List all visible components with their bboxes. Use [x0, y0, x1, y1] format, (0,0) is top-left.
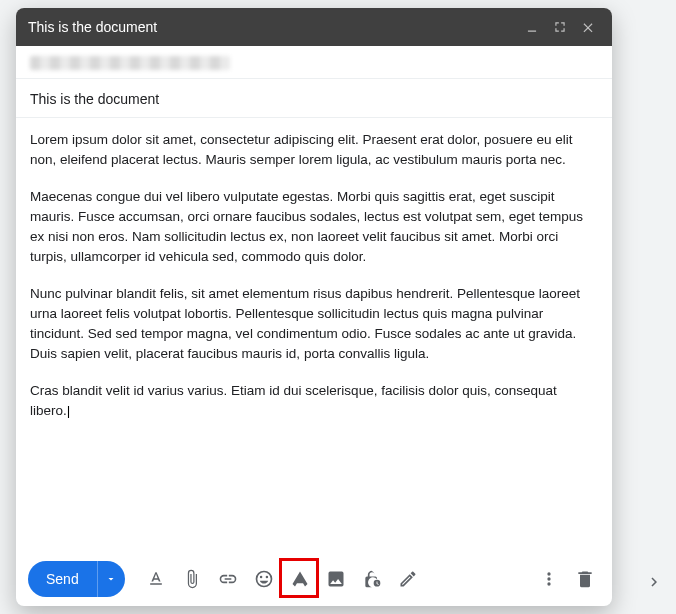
more-vert-icon [539, 569, 559, 589]
body-paragraph: Nunc pulvinar blandit felis, sit amet el… [30, 284, 598, 365]
minimize-button[interactable] [520, 15, 544, 39]
close-button[interactable] [576, 15, 600, 39]
paperclip-icon [182, 569, 202, 589]
attach-button[interactable] [177, 564, 207, 594]
emoji-button[interactable] [249, 564, 279, 594]
send-button[interactable]: Send [28, 561, 97, 597]
subject-field[interactable]: This is the document [16, 79, 612, 118]
emoji-icon [254, 569, 274, 589]
send-options-button[interactable] [97, 561, 125, 597]
fullscreen-button[interactable] [548, 15, 572, 39]
discard-button[interactable] [570, 564, 600, 594]
link-icon [218, 569, 238, 589]
formatting-button[interactable] [141, 564, 171, 594]
pen-icon [398, 569, 418, 589]
image-icon [326, 569, 346, 589]
link-button[interactable] [213, 564, 243, 594]
compose-window: This is the document This is the documen… [16, 8, 612, 606]
recipient-chip-redacted [30, 56, 230, 70]
send-button-group: Send [28, 561, 125, 597]
image-button[interactable] [321, 564, 351, 594]
recipients-row[interactable] [16, 46, 612, 79]
chevron-right-icon [645, 573, 663, 591]
minimize-icon [525, 20, 539, 34]
lock-clock-icon [362, 569, 382, 589]
text-format-icon [146, 569, 166, 589]
trash-icon [575, 569, 595, 589]
caret-down-icon [105, 573, 117, 585]
window-titlebar: This is the document [16, 8, 612, 46]
expand-icon [553, 20, 567, 34]
window-title: This is the document [28, 19, 516, 35]
body-paragraph: Cras blandit velit id varius varius. Eti… [30, 381, 598, 422]
compose-toolbar: Send [16, 554, 612, 606]
more-options-button[interactable] [534, 564, 564, 594]
message-body[interactable]: Lorem ipsum dolor sit amet, consectetur … [16, 118, 612, 554]
side-panel-toggle[interactable] [640, 568, 668, 596]
confidential-button[interactable] [357, 564, 387, 594]
body-paragraph: Maecenas congue dui vel libero vulputate… [30, 187, 598, 268]
drive-button[interactable] [285, 564, 315, 594]
drive-icon [290, 569, 310, 589]
close-icon [581, 20, 595, 34]
signature-button[interactable] [393, 564, 423, 594]
body-paragraph: Lorem ipsum dolor sit amet, consectetur … [30, 130, 598, 171]
